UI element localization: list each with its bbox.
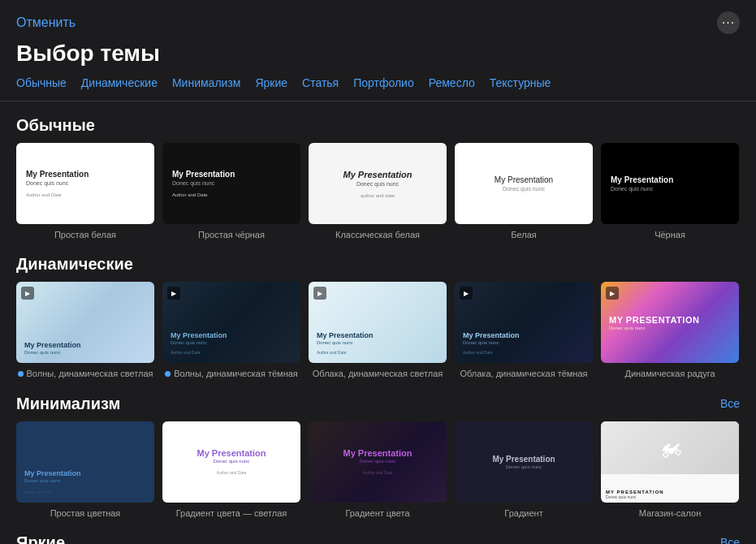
- theme-shop-salon[interactable]: 🏍 MY PRESENTATION Donec quis nunc: [601, 421, 739, 503]
- tab-vivid[interactable]: Яркие: [255, 76, 287, 89]
- theme-label: Простая цветная: [16, 507, 154, 519]
- tab-dynamic[interactable]: Динамические: [81, 76, 158, 89]
- list-item[interactable]: My Presentation Donec quis nunc Author a…: [162, 421, 300, 519]
- list-item[interactable]: ▶ My Presentation Donec quis nunc Author…: [162, 282, 300, 379]
- card-title: My Presentation: [495, 175, 553, 184]
- card-title: My Presentation: [343, 170, 413, 179]
- card-sub: Donec quis nunc: [463, 340, 585, 345]
- cancel-button[interactable]: Отменить: [16, 15, 76, 30]
- theme-gradient-plain[interactable]: My Presentation Donec quis nunc: [455, 421, 593, 503]
- content-area: Обычные My Presentation Donec quis nunc …: [0, 101, 756, 544]
- card-title: My Presentation: [492, 455, 555, 464]
- play-icon: ▶: [460, 287, 473, 300]
- theme-gradient-color[interactable]: My Presentation Donec quis nunc Author a…: [309, 421, 447, 503]
- card-title: My Presentation: [463, 331, 585, 339]
- card-sub: Donec quis nunc: [197, 459, 266, 464]
- theme-classic-white[interactable]: My Presentation Donec quis nunc author a…: [309, 143, 447, 224]
- section-minimalism-title: Минимализм: [16, 395, 120, 413]
- play-icon: ▶: [21, 287, 34, 300]
- card-sub: Donec quis nunc: [506, 464, 542, 469]
- play-icon: ▶: [167, 287, 180, 300]
- card-author: Author and Date: [26, 192, 145, 197]
- card-sub: Donec quis nunc: [609, 326, 731, 330]
- list-item[interactable]: My Presentation Donec quis nunc Белая: [455, 143, 593, 240]
- theme-wave-light[interactable]: ▶ My Presentation Donec quis nunc: [16, 282, 154, 363]
- theme-label: Градиент: [455, 507, 593, 519]
- minimalism-see-all[interactable]: Все: [720, 397, 740, 410]
- section-dynamic: Динамические ▶ My Presentation Donec qui…: [16, 255, 740, 379]
- theme-gradient-light[interactable]: My Presentation Donec quis nunc Author a…: [162, 421, 300, 503]
- minimalism-thumb-row: My Presentation Donec quis nunc author a…: [16, 421, 740, 519]
- vivid-see-all[interactable]: Все: [720, 536, 740, 544]
- card-title: My Presentation: [171, 331, 292, 339]
- section-dynamic-header: Динамические: [16, 255, 740, 274]
- play-icon: ▶: [313, 287, 326, 300]
- tab-craft[interactable]: Ремесло: [429, 76, 475, 89]
- card-author: Author and Date: [363, 470, 392, 475]
- card-title: My Presentation: [172, 170, 291, 179]
- theme-label: Градиент цвета: [309, 507, 447, 519]
- list-item[interactable]: My Presentation Donec quis nunc Чёрная: [601, 143, 739, 240]
- card-title: My Presentation: [197, 448, 266, 458]
- card-author: Author and Date: [172, 192, 291, 197]
- theme-simple-black[interactable]: My Presentation Donec quis nunc Author a…: [162, 143, 300, 224]
- theme-label: Простая чёрная: [162, 229, 300, 240]
- tab-minimalism[interactable]: Минимализм: [172, 76, 240, 89]
- tab-portfolio[interactable]: Портфолио: [353, 76, 414, 89]
- card-author: Author and Date: [171, 350, 292, 355]
- dot-indicator: [165, 371, 171, 377]
- list-item[interactable]: My Presentation Donec quis nunc Author a…: [309, 421, 447, 519]
- theme-cloud-dark[interactable]: ▶ My Presentation Donec quis nunc Author…: [455, 282, 593, 363]
- standard-thumb-row: My Presentation Donec quis nunc Author a…: [16, 143, 740, 240]
- card-sub: Donec quis nunc: [24, 478, 146, 483]
- card-sub: Donec quis nunc: [606, 494, 734, 499]
- list-item[interactable]: My Presentation Donec quis nunc Градиент: [455, 421, 593, 519]
- list-item[interactable]: My Presentation Donec quis nunc Author a…: [16, 143, 154, 240]
- list-item[interactable]: ▶ MY PRESENTATION Donec quis nunc Динами…: [601, 282, 739, 379]
- play-icon: ▶: [606, 287, 619, 300]
- list-item[interactable]: My Presentation Donec quis nunc author a…: [309, 143, 447, 240]
- theme-black[interactable]: My Presentation Donec quis nunc: [601, 143, 739, 224]
- card-sub: Donec quis nunc: [611, 186, 729, 192]
- tab-standard[interactable]: Обычные: [16, 76, 67, 89]
- section-standard-title: Обычные: [16, 116, 95, 135]
- theme-label: Облака, динамическая светлая: [309, 368, 447, 379]
- section-dynamic-title: Динамические: [16, 255, 133, 274]
- tab-textured[interactable]: Текстурные: [490, 76, 551, 89]
- card-sub: Donec quis nunc: [343, 181, 413, 187]
- section-minimalism-header: Минимализм Все: [16, 395, 740, 413]
- theme-wave-dark[interactable]: ▶ My Presentation Donec quis nunc Author…: [162, 282, 300, 363]
- page-title: Выбор темы: [0, 41, 756, 76]
- list-item[interactable]: ▶ My Presentation Donec quis nunc Волны,…: [16, 282, 154, 379]
- theme-label: Белая: [455, 229, 593, 240]
- tab-article[interactable]: Статья: [302, 76, 339, 89]
- card-sub: Donec quis nunc: [24, 350, 146, 355]
- theme-cloud-light[interactable]: ▶ My Presentation Donec quis nunc Author…: [309, 282, 447, 363]
- list-item[interactable]: ▶ My Presentation Donec quis nunc Author…: [455, 282, 593, 379]
- more-button[interactable]: ···: [717, 11, 740, 34]
- card-sub: Donec quis nunc: [495, 186, 553, 192]
- card-author: Author and Date: [463, 350, 585, 355]
- dot-indicator: [18, 371, 24, 377]
- card-title: My Presentation: [343, 448, 413, 458]
- theme-label: Простая белая: [16, 229, 154, 240]
- card-sub: Donec quis nunc: [172, 180, 291, 186]
- section-minimalism: Минимализм Все My Presentation Donec qui…: [16, 395, 740, 519]
- shop-text: MY PRESENTATION Donec quis nunc: [601, 486, 739, 503]
- list-item[interactable]: 🏍 MY PRESENTATION Donec quis nunc Магази…: [601, 421, 739, 519]
- theme-white[interactable]: My Presentation Donec quis nunc: [455, 143, 593, 224]
- section-standard-header: Обычные: [16, 116, 740, 135]
- list-item[interactable]: ▶ My Presentation Donec quis nunc Author…: [309, 282, 447, 379]
- shop-image: 🏍: [601, 421, 739, 474]
- card-title: MY PRESENTATION: [609, 315, 731, 325]
- list-item[interactable]: My Presentation Donec quis nunc Author a…: [162, 143, 300, 240]
- card-sub: Donec quis nunc: [360, 459, 396, 464]
- card-title: My Presentation: [26, 170, 145, 179]
- theme-label: Классическая белая: [309, 229, 447, 240]
- list-item[interactable]: My Presentation Donec quis nunc author a…: [16, 421, 154, 519]
- theme-rainbow[interactable]: ▶ MY PRESENTATION Donec quis nunc: [601, 282, 739, 363]
- theme-simple-white[interactable]: My Presentation Donec quis nunc Author a…: [16, 143, 154, 224]
- theme-simple-colored[interactable]: My Presentation Donec quis nunc author a…: [16, 421, 154, 503]
- card-title: My Presentation: [317, 331, 438, 339]
- card-title: My Presentation: [24, 469, 146, 477]
